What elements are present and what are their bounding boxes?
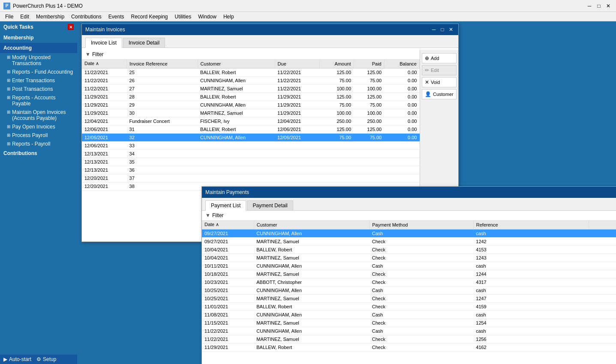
- invoice-table-row[interactable]: 12/06/2021 33: [82, 142, 420, 150]
- payment-table-row[interactable]: 10/11/2021 CUNNINGHAM, Allen Cash cash 1…: [202, 262, 616, 270]
- sidebar-item-process-payroll[interactable]: ⊞ Process Payroll: [0, 131, 77, 140]
- tab-invoice-list[interactable]: Invoice List: [85, 38, 122, 48]
- payment-tabs: Payment List Payment Detail: [202, 198, 616, 211]
- invoice-table-row[interactable]: 11/22/2021 25 BALLEW, Robert 11/22/2021 …: [82, 69, 420, 77]
- payment-table-row[interactable]: 11/22/2021 CUNNINGHAM, Allen Cash cash 1…: [202, 327, 616, 335]
- pay-col-customer[interactable]: Customer: [254, 220, 369, 230]
- payment-table-row[interactable]: 09/27/2021 CUNNINGHAM, Allen Cash cash 1…: [202, 230, 616, 238]
- pay-col-amount[interactable]: Amount: [589, 220, 616, 230]
- pay-col-reference[interactable]: Reference: [473, 220, 589, 230]
- sidebar-item-pay-open-invoices[interactable]: ⊞ Pay Open Invoices: [0, 122, 77, 131]
- invoice-table-row[interactable]: 11/22/2021 27 MARTINEZ, Samuel 11/22/202…: [82, 85, 420, 93]
- invoice-ref: 35: [127, 158, 198, 166]
- maintain-invoices-titlebar[interactable]: Maintain Invoices ─ □ ✕: [82, 24, 458, 35]
- col-balance[interactable]: Balance: [384, 59, 419, 69]
- process-payroll-icon: ⊞: [7, 133, 10, 137]
- menu-file[interactable]: File: [2, 13, 17, 21]
- payment-amount: 500.00: [589, 303, 616, 311]
- sidebar-item-post-transactions[interactable]: ⊞ Post Transactions: [0, 85, 77, 93]
- invoice-date: 11/22/2021: [82, 69, 127, 77]
- invoice-table-row[interactable]: 11/29/2021 28 BALLEW, Robert 11/29/2021 …: [82, 93, 420, 101]
- sidebar-item-reports-payroll[interactable]: ⊞ Reports - Payroll: [0, 140, 77, 148]
- setup-button[interactable]: ⚙ Setup: [36, 356, 56, 362]
- tab-invoice-detail[interactable]: Invoice Detail: [123, 38, 165, 48]
- col-customer[interactable]: Customer: [198, 59, 275, 69]
- invoice-table-row[interactable]: 12/06/2021 31 BALLEW, Robert 12/06/2021 …: [82, 125, 420, 134]
- invoice-paid: 100.00: [354, 85, 384, 93]
- sidebar-section-accounting[interactable]: Accounting: [0, 43, 77, 53]
- col-invoice-ref[interactable]: Invoice Reference: [127, 59, 198, 69]
- invoice-table-row[interactable]: 11/29/2021 30 MARTINEZ, Samuel 11/29/202…: [82, 109, 420, 117]
- col-date[interactable]: Date ∧: [82, 59, 127, 69]
- quick-tasks-close-button[interactable]: ✕: [68, 24, 74, 30]
- pay-col-method[interactable]: Payment Method: [370, 220, 474, 230]
- menu-contributions[interactable]: Contributions: [68, 13, 105, 21]
- maximize-button[interactable]: □: [595, 2, 603, 10]
- payment-table-container[interactable]: Date ∧ Customer Payment Method Reference…: [202, 220, 616, 364]
- void-icon: ✕: [425, 79, 429, 85]
- invoice-amount: [320, 150, 354, 158]
- payment-table-row[interactable]: 10/04/2021 BALLEW, Robert Check 4153 500…: [202, 246, 616, 254]
- minimize-button[interactable]: ─: [585, 2, 594, 10]
- maintain-invoices-title: Maintain Invoices: [85, 27, 430, 33]
- menu-window[interactable]: Window: [195, 13, 220, 21]
- payment-table-row[interactable]: 10/18/2021 MARTINEZ, Samuel Check 1244 1…: [202, 270, 616, 278]
- payment-table-row[interactable]: 11/01/2021 BALLEW, Robert Check 4159 500…: [202, 303, 616, 311]
- invoice-customer-button[interactable]: 👤 Customer: [422, 89, 457, 99]
- invoices-maximize-button[interactable]: □: [439, 26, 446, 33]
- payment-table-row[interactable]: 10/25/2021 CUNNINGHAM, Allen Cash cash 1…: [202, 286, 616, 295]
- menu-events[interactable]: Events: [105, 13, 128, 21]
- tab-payment-detail[interactable]: Payment Detail: [247, 200, 293, 210]
- invoice-balance: 0.00: [384, 109, 419, 117]
- payment-table-row[interactable]: 09/27/2021 MARTINEZ, Samuel Check 1242 1…: [202, 238, 616, 246]
- invoices-minimize-button[interactable]: ─: [430, 26, 438, 33]
- invoice-table-row[interactable]: 12/13/2021 35: [82, 158, 420, 166]
- menu-help[interactable]: Help: [220, 13, 237, 21]
- payment-date: 09/27/2021: [202, 238, 254, 246]
- invoice-table-row[interactable]: 12/04/2021 Fundraiser Concert FISCHER, I…: [82, 117, 420, 125]
- invoice-balance: 0.00: [384, 134, 419, 142]
- payment-table-row[interactable]: 11/08/2021 CUNNINGHAM, Allen Cash cash 1…: [202, 311, 616, 319]
- app-close-button[interactable]: ✕: [604, 2, 613, 10]
- invoice-table-row[interactable]: 11/29/2021 29 CUNNINGHAM, Allen 11/29/20…: [82, 101, 420, 109]
- invoice-table-row[interactable]: 11/22/2021 26 CUNNINGHAM, Allen 11/22/20…: [82, 77, 420, 85]
- payment-table-row[interactable]: 10/25/2021 MARTINEZ, Samuel Check 1247 3…: [202, 295, 616, 303]
- invoice-edit-button[interactable]: ✏ Edit: [422, 65, 457, 75]
- menu-utilities[interactable]: Utilities: [171, 13, 195, 21]
- invoice-add-button[interactable]: ⊕ Add: [422, 53, 457, 63]
- menu-edit[interactable]: Edit: [17, 13, 33, 21]
- sidebar-item-maintain-open-invoices[interactable]: ⊞ Maintain Open Invoices (Accounts Payab…: [0, 108, 77, 122]
- invoice-table-row[interactable]: 12/13/2021 36: [82, 166, 420, 174]
- payment-table-row[interactable]: 10/04/2021 MARTINEZ, Samuel Check 1243 2…: [202, 254, 616, 262]
- col-amount[interactable]: Amount: [320, 59, 354, 69]
- payment-table-row[interactable]: 11/15/2021 MARTINEZ, Samuel Check 1254 1…: [202, 319, 616, 327]
- payment-date: 11/29/2021: [202, 343, 254, 352]
- payment-method: Check: [370, 246, 474, 254]
- invoice-void-button[interactable]: ✕ Void: [422, 77, 457, 87]
- sidebar-section-membership[interactable]: Membership: [0, 33, 77, 43]
- invoice-ref: 31: [127, 125, 198, 134]
- col-paid[interactable]: Paid: [354, 59, 384, 69]
- sidebar-section-contributions[interactable]: Contributions: [0, 148, 77, 158]
- tab-payment-list[interactable]: Payment List: [205, 200, 246, 211]
- payment-table-row[interactable]: 11/22/2021 MARTINEZ, Samuel Check 1256 2…: [202, 335, 616, 343]
- col-due[interactable]: Due: [275, 59, 320, 69]
- invoice-table-row[interactable]: 12/06/2021 32 CUNNINGHAM, Allen 12/06/20…: [82, 134, 420, 142]
- pay-col-date[interactable]: Date ∧: [202, 220, 254, 230]
- sidebar-item-modify-unposted[interactable]: ⊞ Modify Unposted Transactions: [0, 53, 77, 68]
- sidebar-item-enter-transactions[interactable]: ⊞ Enter Transactions: [0, 76, 77, 85]
- invoices-close-button[interactable]: ✕: [447, 26, 455, 33]
- sidebar-item-reports-ap[interactable]: ⊞ Reports - Accounts Payable: [0, 93, 77, 108]
- invoice-table-row[interactable]: 12/20/2021 37: [82, 174, 420, 182]
- invoice-table-row[interactable]: 12/13/2021 34: [82, 150, 420, 158]
- sidebar-item-reports-fund[interactable]: ⊞ Reports - Fund Accounting: [0, 68, 77, 76]
- menu-record-keeping[interactable]: Record Keeping: [127, 13, 171, 21]
- invoice-balance: [384, 142, 419, 150]
- main-layout: Quick Tasks ✕ Membership Accounting ⊞ Mo…: [0, 21, 616, 364]
- payment-table-row[interactable]: 11/29/2021 BALLEW, Robert Check 4162 500…: [202, 343, 616, 352]
- auto-start-button[interactable]: ▶ Auto-start: [3, 356, 31, 362]
- menu-membership[interactable]: Membership: [33, 13, 68, 21]
- maintain-payments-titlebar[interactable]: Maintain Payments ─ □ ✕: [202, 187, 616, 198]
- payment-table-row[interactable]: 10/23/2021 ABBOTT, Christopher Check 431…: [202, 278, 616, 286]
- invoice-amount: 100.00: [320, 85, 354, 93]
